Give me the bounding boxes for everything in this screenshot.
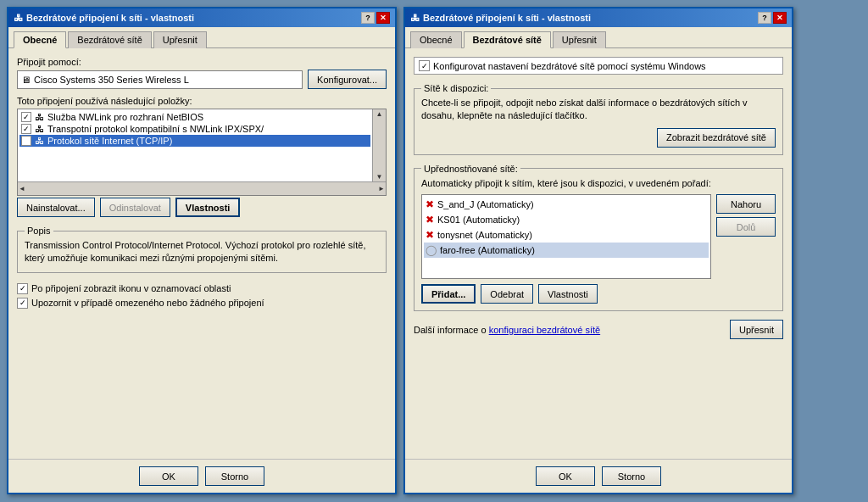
hscroll-1: ◄ ► <box>18 181 386 195</box>
dialog1-body: Připojit pomocí: 🖥 Cisco Systems 350 Ser… <box>8 48 395 459</box>
title-bar-1: 🖧 Bezdrátové připojení k síti - vlastnos… <box>8 8 395 27</box>
checkbox-icon-warn <box>17 298 28 309</box>
preferred-item[interactable]: ✖ KS01 (Automaticky) <box>424 212 709 227</box>
show-wireless-button[interactable]: Zobrazit bezdrátové sítě <box>657 128 776 148</box>
scroll-down-1[interactable]: ▼ <box>376 173 383 181</box>
adapter-name: Cisco Systems 350 Series Wireless L <box>34 75 189 85</box>
ok-button-1[interactable]: OK <box>139 466 198 486</box>
scroll-up-1[interactable]: ▲ <box>376 110 383 118</box>
configure-windows-checkbox <box>419 60 430 71</box>
network-icon-3: 🖧 <box>35 136 44 146</box>
checkbox-icon-1 <box>21 112 31 122</box>
preferred-item[interactable]: ✖ tonysnet (Automaticky) <box>424 227 709 243</box>
cancel-button-1[interactable]: Storno <box>205 466 264 486</box>
up-button[interactable]: Nahoru <box>716 194 776 214</box>
checkbox-row-2[interactable]: Upozornit v případě omezeného nebo žádné… <box>17 298 387 309</box>
wifi-icon-3: ✖ <box>426 229 434 241</box>
components-label: Toto připojení používá následující polož… <box>17 96 387 106</box>
description-legend: Popis <box>25 226 53 236</box>
info-link[interactable]: konfiguraci bezdrátové sítě <box>489 325 600 335</box>
tab-general-1[interactable]: Obecné <box>14 31 66 48</box>
preferred-text-4: faro-free (Automaticky) <box>440 245 535 255</box>
preferred-text-3: tonysnet (Automaticky) <box>437 230 532 240</box>
preferred-list: ✖ S_and_J (Automaticky) ✖ KS01 (Automati… <box>421 194 711 279</box>
available-legend: Sítě k dispozici: <box>421 83 491 93</box>
checkbox-icon-3 <box>21 136 31 146</box>
install-button[interactable]: Nainstalovat... <box>17 198 95 217</box>
preferred-legend: Upřednostňované sítě: <box>421 164 520 174</box>
dialog1-footer: OK Storno <box>8 459 395 493</box>
tabs-2: Obecné Bezdrátové sítě Upřesnit <box>405 27 792 48</box>
tab-advanced-2[interactable]: Upřesnit <box>553 31 606 48</box>
tab-wireless-1[interactable]: Bezdrátové sítě <box>68 31 151 48</box>
wifi-icon-4: ◯ <box>426 244 437 256</box>
adapter-label: Připojit pomocí: <box>17 57 387 67</box>
add-button[interactable]: Přidat... <box>421 284 476 304</box>
preferred-text-1: S_and_J (Automaticky) <box>437 199 534 209</box>
title-bar-title-2: Bezdrátové připojení k síti - vlastnosti <box>423 13 591 23</box>
close-button-1[interactable]: ✕ <box>376 12 390 24</box>
tab-advanced-1[interactable]: Upřesnit <box>153 31 207 48</box>
preferred-text: Automaticky připojit k sítím, které jsou… <box>421 177 776 190</box>
tab-general-2[interactable]: Obecné <box>410 31 462 48</box>
title-bar-icon-2: 🖧 <box>410 13 420 23</box>
checkbox-label-2: Upozornit v případě omezeného nebo žádné… <box>31 298 264 308</box>
title-bar-2: 🖧 Bezdrátové připojení k síti - vlastnos… <box>405 8 792 27</box>
properties-button-2[interactable]: Vlastnosti <box>538 284 598 304</box>
adapter-box: 🖥 Cisco Systems 350 Series Wireless L <box>17 70 303 89</box>
list-item[interactable]: 🖧 Služba NWLink pro rozhraní NetBIOS <box>19 111 370 123</box>
description-fieldset: Popis Transmission Control Protocol/Inte… <box>17 226 387 273</box>
list-item[interactable]: 🖧 Protokol sítě Internet (TCP/IP) <box>19 135 370 147</box>
list-item[interactable]: 🖧 Transpotní protokol kompatibilní s NWL… <box>19 123 370 135</box>
description-text: Transmission Control Protocol/Internet P… <box>25 239 379 265</box>
close-button-2[interactable]: ✕ <box>773 12 787 24</box>
adapter-section: Připojit pomocí: 🖥 Cisco Systems 350 Ser… <box>17 57 387 89</box>
cancel-button-2[interactable]: Storno <box>602 466 661 486</box>
dialog2-footer: OK Storno <box>405 459 792 493</box>
info-row: Další informace o konfiguraci bezdrátové… <box>414 320 783 339</box>
wifi-icon-1: ✖ <box>426 198 434 210</box>
scroll-right-1[interactable]: ► <box>378 185 385 192</box>
tabs-1: Obecné Bezdrátové sítě Upřesnit <box>8 27 395 48</box>
dialog2-body: Konfigurovat nastavení bezdrátové sítě p… <box>405 48 792 459</box>
ok-button-2[interactable]: OK <box>536 466 595 486</box>
configure-windows-row[interactable]: Konfigurovat nastavení bezdrátové sítě p… <box>414 57 783 75</box>
scroll-left-1[interactable]: ◄ <box>19 185 25 192</box>
component-text-3: Protokol sítě Internet (TCP/IP) <box>47 136 172 146</box>
dialog2: 🖧 Bezdrátové připojení k síti - vlastnos… <box>403 7 793 494</box>
components-listbox: 🖧 Služba NWLink pro rozhraní NetBIOS 🖧 T… <box>17 109 387 196</box>
remove-button[interactable]: Odebrat <box>481 284 533 304</box>
title-bar-title-1: Bezdrátové připojení k síti - vlastnosti <box>26 13 194 23</box>
checkbox-label-1: Po připojení zobrazit ikonu v oznamovací… <box>31 283 231 293</box>
help-button-2[interactable]: ? <box>758 12 771 24</box>
component-text-1: Služba NWLink pro rozhraní NetBIOS <box>47 112 203 122</box>
checkbox-icon-show <box>17 283 28 294</box>
checkbox-icon-2 <box>21 124 31 134</box>
adapter-icon: 🖥 <box>21 75 31 85</box>
available-text: Chcete-li se připojit, odpojit nebo získ… <box>421 97 776 123</box>
wifi-icon-2: ✖ <box>426 214 434 226</box>
uninstall-button[interactable]: Odinstalovat <box>100 198 170 217</box>
component-text-2: Transpotní protokol kompatibilní s NWLin… <box>47 124 264 134</box>
down-button[interactable]: Dolů <box>716 217 776 237</box>
configure-windows-label: Konfigurovat nastavení bezdrátové sítě p… <box>433 61 706 71</box>
vscroll-1: ▲ ▼ <box>372 109 386 181</box>
checkbox-row-1[interactable]: Po připojení zobrazit ikonu v oznamovací… <box>17 283 387 294</box>
info-text: Další informace o <box>414 325 487 335</box>
preferred-item[interactable]: ✖ S_and_J (Automaticky) <box>424 197 709 212</box>
components-section: Toto připojení používá následující polož… <box>17 96 387 217</box>
properties-button-1[interactable]: Vlastnosti <box>175 198 241 217</box>
configure-button[interactable]: Konfigurovat... <box>308 70 387 89</box>
dialog1: 🖧 Bezdrátové připojení k síti - vlastnos… <box>7 7 397 494</box>
preferred-item[interactable]: ◯ faro-free (Automaticky) <box>424 243 709 258</box>
preferred-text-2: KS01 (Automaticky) <box>437 215 520 225</box>
title-bar-icon-1: 🖧 <box>14 13 23 23</box>
tab-wireless-2[interactable]: Bezdrátové sítě <box>464 31 551 48</box>
available-section: Sítě k dispozici: Chcete-li se připojit,… <box>414 83 783 155</box>
network-icon-1: 🖧 <box>35 112 44 122</box>
refresh-button[interactable]: Upřesnit <box>730 320 783 339</box>
network-icon-2: 🖧 <box>35 124 44 134</box>
help-button-1[interactable]: ? <box>361 12 375 24</box>
preferred-section: Upřednostňované sítě: Automaticky připoj… <box>414 164 783 311</box>
